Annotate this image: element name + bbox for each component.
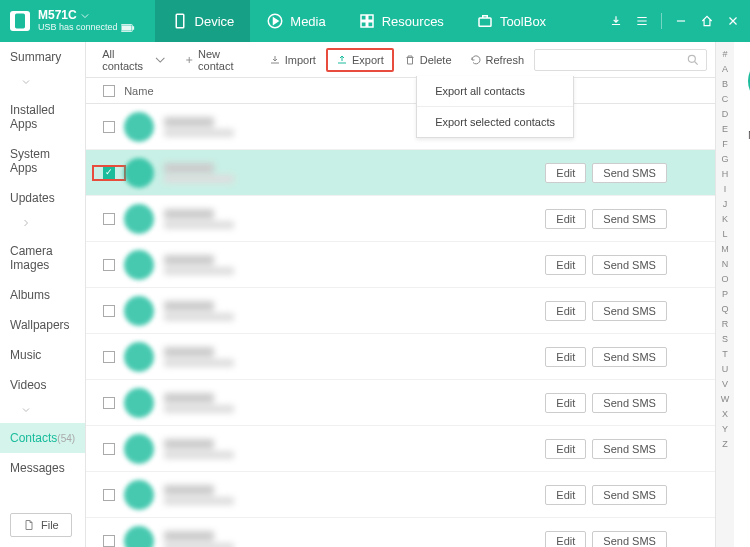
row-checkbox[interactable]: [94, 443, 124, 455]
search-input[interactable]: [541, 54, 686, 66]
alpha-A[interactable]: A: [722, 61, 728, 76]
table-row[interactable]: EditSend SMS: [86, 472, 715, 518]
edit-button[interactable]: Edit: [545, 485, 586, 505]
alpha-W[interactable]: W: [721, 391, 730, 406]
sidebar-item-wallpapers[interactable]: Wallpapers: [0, 310, 85, 340]
sidebar-item-system-apps[interactable]: System Apps: [0, 139, 85, 183]
row-checkbox[interactable]: [94, 489, 124, 501]
send-sms-button[interactable]: Send SMS: [592, 301, 667, 321]
send-sms-button[interactable]: Send SMS: [592, 439, 667, 459]
sidebar-item-updates[interactable]: Updates: [0, 183, 85, 213]
send-sms-button[interactable]: Send SMS: [592, 209, 667, 229]
table-row[interactable]: EditSend SMS: [86, 334, 715, 380]
edit-button[interactable]: Edit: [545, 393, 586, 413]
device-info[interactable]: M571C USB has connected: [0, 9, 145, 32]
download-icon[interactable]: [609, 14, 623, 28]
send-sms-button[interactable]: Send SMS: [592, 393, 667, 413]
table-row[interactable]: EditSend SMS: [86, 196, 715, 242]
row-checkbox[interactable]: [94, 397, 124, 409]
minimize-icon[interactable]: [674, 14, 688, 28]
edit-button[interactable]: Edit: [545, 347, 586, 367]
alpha-L[interactable]: L: [722, 226, 727, 241]
table-row[interactable]: EditSend SMS: [86, 380, 715, 426]
select-all-checkbox[interactable]: [94, 85, 124, 97]
sidebar-item-albums[interactable]: Albums: [0, 280, 85, 310]
send-sms-button[interactable]: Send SMS: [592, 255, 667, 275]
alpha-Z[interactable]: Z: [722, 436, 728, 451]
file-button[interactable]: File: [10, 513, 72, 537]
edit-button[interactable]: Edit: [545, 255, 586, 275]
row-checkbox[interactable]: [94, 305, 124, 317]
alpha-#[interactable]: #: [722, 46, 727, 61]
sidebar-item-videos[interactable]: Videos: [0, 370, 85, 400]
home-icon[interactable]: [700, 14, 714, 28]
table-row[interactable]: EditSend SMS: [86, 288, 715, 334]
menu-icon[interactable]: [635, 14, 649, 28]
send-sms-button[interactable]: Send SMS: [592, 347, 667, 367]
alpha-N[interactable]: N: [722, 256, 729, 271]
alpha-index[interactable]: #ABCDEFGHIJKLMNOPQRSTUVWXYZ: [716, 42, 734, 547]
send-sms-button[interactable]: Send SMS: [592, 531, 667, 548]
alpha-X[interactable]: X: [722, 406, 728, 421]
row-checkbox[interactable]: [94, 351, 124, 363]
sidebar-expand-apps[interactable]: [0, 72, 85, 95]
row-checkbox[interactable]: [94, 535, 124, 547]
alpha-U[interactable]: U: [722, 361, 729, 376]
alpha-R[interactable]: R: [722, 316, 729, 331]
sidebar-expand-contacts[interactable]: [0, 400, 85, 423]
tab-device[interactable]: Device: [155, 0, 251, 42]
alpha-Q[interactable]: Q: [721, 301, 728, 316]
sidebar-item-messages[interactable]: Messages: [0, 453, 85, 483]
row-checkbox[interactable]: [94, 121, 124, 133]
alpha-S[interactable]: S: [722, 331, 728, 346]
edit-button[interactable]: Edit: [545, 301, 586, 321]
tab-resources[interactable]: Resources: [342, 0, 460, 42]
sidebar-item-installed-apps[interactable]: Installed Apps: [0, 95, 85, 139]
sidebar-item-summary[interactable]: Summary: [0, 42, 85, 72]
import-button[interactable]: Import: [261, 50, 324, 70]
alpha-P[interactable]: P: [722, 286, 728, 301]
contact-list[interactable]: EditSend SMSEditSend SMSEditSend SMSEdit…: [86, 104, 715, 547]
refresh-button[interactable]: Refresh: [462, 50, 533, 70]
row-checkbox[interactable]: [94, 259, 124, 271]
alpha-O[interactable]: O: [721, 271, 728, 286]
send-sms-button[interactable]: Send SMS: [592, 485, 667, 505]
close-icon[interactable]: [726, 14, 740, 28]
search-box[interactable]: [534, 49, 707, 71]
sidebar-item-contacts[interactable]: Contacts(54): [0, 423, 85, 453]
export-all-option[interactable]: Export all contacts: [417, 76, 573, 107]
alpha-T[interactable]: T: [722, 346, 728, 361]
alpha-F[interactable]: F: [722, 136, 728, 151]
alpha-Y[interactable]: Y: [722, 421, 728, 436]
row-checkbox[interactable]: [94, 167, 124, 179]
export-button[interactable]: Export: [326, 48, 394, 72]
table-row[interactable]: [86, 104, 715, 150]
tab-media[interactable]: Media: [250, 0, 341, 42]
sidebar-item-camera-images[interactable]: Camera Images: [0, 236, 85, 280]
sidebar-expand-images[interactable]: [0, 213, 85, 236]
table-row[interactable]: EditSend SMS: [86, 242, 715, 288]
table-row[interactable]: EditSend SMS: [86, 150, 715, 196]
alpha-E[interactable]: E: [722, 121, 728, 136]
row-checkbox[interactable]: [94, 213, 124, 225]
alpha-D[interactable]: D: [722, 106, 729, 121]
delete-button[interactable]: Delete: [396, 50, 460, 70]
alpha-H[interactable]: H: [722, 166, 729, 181]
send-sms-button[interactable]: Send SMS: [592, 163, 667, 183]
new-contact-button[interactable]: New contact: [176, 44, 259, 76]
alpha-C[interactable]: C: [722, 91, 729, 106]
edit-button[interactable]: Edit: [545, 439, 586, 459]
tab-toolbox[interactable]: ToolBox: [460, 0, 562, 42]
alpha-M[interactable]: M: [721, 241, 729, 256]
alpha-K[interactable]: K: [722, 211, 728, 226]
alpha-J[interactable]: J: [723, 196, 728, 211]
alpha-B[interactable]: B: [722, 76, 728, 91]
alpha-I[interactable]: I: [724, 181, 727, 196]
export-selected-option[interactable]: Export selected contacts: [417, 107, 573, 137]
all-contacts-dropdown[interactable]: All contacts: [94, 44, 173, 76]
edit-button[interactable]: Edit: [545, 209, 586, 229]
table-row[interactable]: EditSend SMS: [86, 426, 715, 472]
sidebar-item-music[interactable]: Music: [0, 340, 85, 370]
edit-button[interactable]: Edit: [545, 531, 586, 548]
table-row[interactable]: EditSend SMS: [86, 518, 715, 547]
